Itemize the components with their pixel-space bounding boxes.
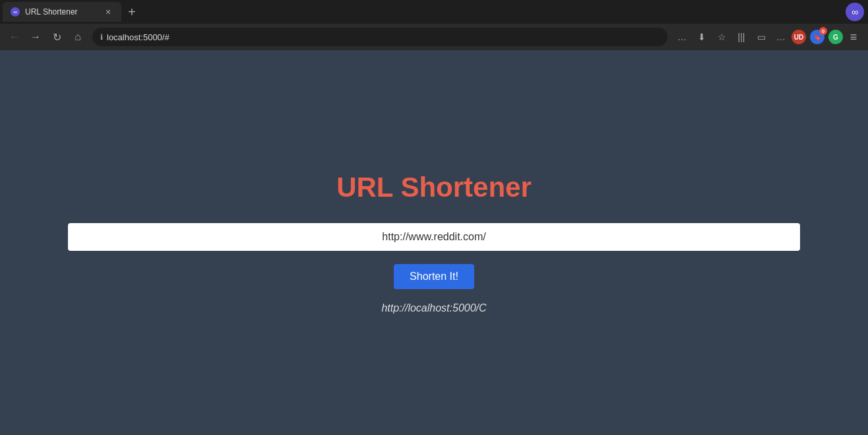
shortened-url: http://localhost:5000/C: [381, 302, 486, 314]
new-tab-button[interactable]: +: [121, 2, 142, 22]
tab-title: URL Shortener: [25, 7, 98, 17]
refresh-button[interactable]: ↻: [47, 28, 66, 46]
tab-bar: ∞ URL Shortener × + ∞: [0, 0, 868, 24]
url-input[interactable]: [68, 223, 800, 251]
address-bar[interactable]: ℹ localhost:5000/#: [92, 28, 667, 46]
sidebar-button[interactable]: ▭: [752, 28, 770, 46]
pocket-button[interactable]: ⬇: [693, 28, 711, 46]
toolbar-actions: … ⬇ ☆ ||| ▭ … UD 🔖 0: [673, 28, 863, 46]
page-content: URL Shortener Shorten It! http://localho…: [0, 50, 868, 435]
library-button[interactable]: |||: [732, 28, 751, 46]
more-options-button[interactable]: …: [673, 28, 691, 46]
lock-icon: ℹ: [100, 33, 103, 42]
profile-icon[interactable]: ∞: [846, 3, 864, 21]
browser-chrome: ∞ URL Shortener × + ∞ ← → ↻ ⌂ ℹ localhos…: [0, 0, 868, 50]
home-button[interactable]: ⌂: [69, 28, 87, 46]
tab-favicon: ∞: [11, 7, 20, 17]
bookmark-extension-icon[interactable]: 🔖 0: [810, 30, 824, 44]
overflow-button[interactable]: …: [772, 28, 790, 46]
badge-count: 0: [819, 27, 827, 35]
ublock-extension-icon[interactable]: UD: [791, 30, 806, 44]
address-text: localhost:5000/#: [107, 32, 660, 42]
bookmark-button[interactable]: ☆: [712, 28, 731, 46]
back-button[interactable]: ←: [5, 28, 24, 46]
forward-button[interactable]: →: [26, 28, 45, 46]
active-tab[interactable]: ∞ URL Shortener ×: [3, 2, 121, 22]
tab-close-button[interactable]: ×: [103, 7, 113, 17]
toolbar: ← → ↻ ⌂ ℹ localhost:5000/# … ⬇ ☆ |||: [0, 24, 868, 50]
grammarly-extension-icon[interactable]: G: [828, 30, 843, 44]
shorten-button[interactable]: Shorten It!: [394, 264, 474, 289]
app-title: URL Shortener: [336, 172, 532, 203]
menu-button[interactable]: ≡: [844, 28, 863, 46]
